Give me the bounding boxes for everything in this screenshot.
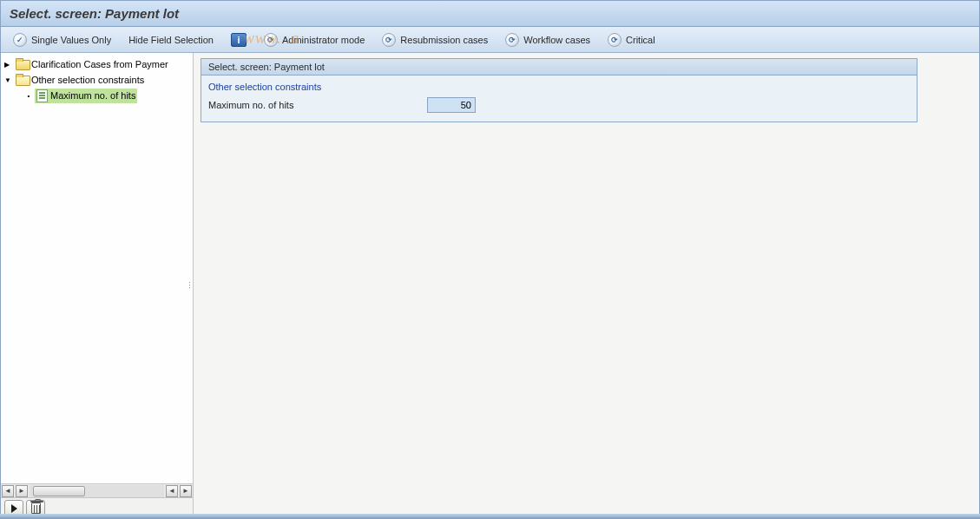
toolbar-label: Critical [626,35,655,45]
toolbar-label: Single Values Only [31,35,111,45]
critical-button[interactable]: ⟳ Critical [602,31,661,49]
window-title: Select. screen: Payment lot [10,6,179,21]
tree-horizontal-scrollbar[interactable]: ◄ ► ◄ ► [1,483,193,497]
field-selection-sidebar: ▶ Clarification Cases from Paymer ▼ Othe… [1,53,194,518]
leaf-bullet-icon: • [25,92,32,100]
window-titlebar: Select. screen: Payment lot [1,1,979,27]
scroll-right-button[interactable]: ► [16,485,28,497]
tree-label: Clarification Cases from Paymer [31,59,168,69]
scroll-left-button-2[interactable]: ◄ [166,485,178,497]
info-icon: i [231,33,247,47]
scroll-thumb[interactable] [33,486,85,496]
tree-node-other-constraints[interactable]: ▼ Other selection constraints [1,72,193,88]
toolbar-label: Hide Field Selection [128,35,214,45]
trash-icon [31,503,41,514]
max-hits-field-row: Maximum no. of hits [208,97,910,113]
toolbar-label: Resubmission cases [400,35,488,45]
folder-closed-icon [16,59,29,69]
application-toolbar: ✓ Single Values Only Hide Field Selectio… [1,27,979,53]
resubmission-cases-button[interactable]: ⟳ Resubmission cases [377,31,493,49]
selection-panel: Select. screen: Payment lot Other select… [201,58,918,122]
scroll-right-button-2[interactable]: ► [180,485,192,497]
tree-label: Maximum no. of hits [50,90,135,101]
scroll-track[interactable] [30,485,164,497]
selection-tree[interactable]: ▶ Clarification Cases from Paymer ▼ Othe… [1,53,193,483]
clock-icon: ⟳ [608,33,622,47]
panel-header: Select. screen: Payment lot [201,59,917,76]
clock-icon: ⟳ [264,33,278,47]
section-title: Other selection constraints [208,79,910,97]
folder-open-icon [16,75,29,85]
hide-field-selection-button[interactable]: Hide Field Selection [123,33,219,47]
document-icon [36,89,48,102]
panel-body: Other selection constraints Maximum no. … [201,76,917,122]
scroll-left-button[interactable]: ◄ [2,485,14,497]
administrator-mode-button[interactable]: ⟳ Administrator mode [259,31,370,49]
play-icon [11,504,17,513]
expand-icon[interactable]: ▶ [4,61,13,69]
clock-icon: ⟳ [382,33,396,47]
collapse-icon[interactable]: ▼ [4,76,13,84]
execute-icon: ✓ [13,33,27,47]
tree-node-clarification-cases[interactable]: ▶ Clarification Cases from Paymer [1,56,193,72]
toolbar-label: Administrator mode [282,35,365,45]
main-content-area: Select. screen: Payment lot Other select… [194,53,979,518]
splitter-handle[interactable]: ⋮ [186,273,192,299]
tree-label: Other selection constraints [31,75,144,85]
single-values-only-button[interactable]: ✓ Single Values Only [8,31,116,49]
tree-node-max-hits[interactable]: • Maximum no. of hits [1,88,193,103]
workflow-cases-button[interactable]: ⟳ Workflow cases [500,31,595,49]
window-bottom-border [0,514,980,519]
toolbar-label: Workflow cases [523,35,590,45]
clock-icon: ⟳ [505,33,519,47]
info-button[interactable]: i [226,31,252,49]
max-hits-input[interactable] [427,97,476,113]
field-label: Maximum no. of hits [208,100,422,110]
